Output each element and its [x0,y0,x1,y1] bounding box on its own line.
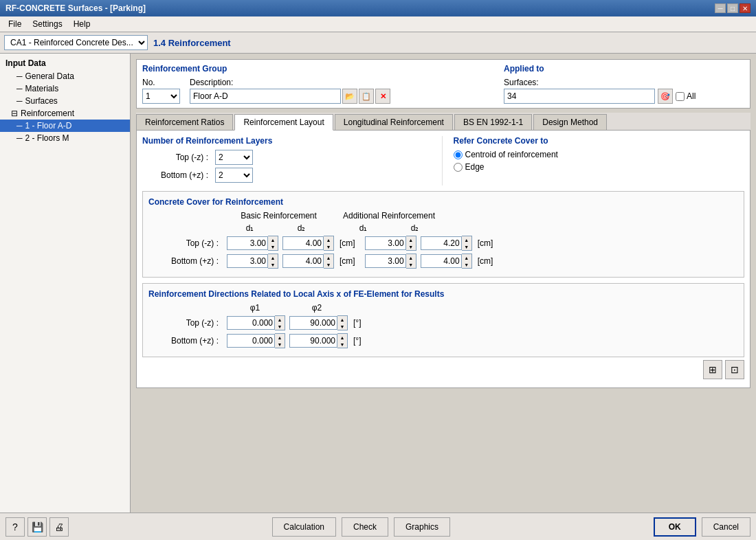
top-phi1-input[interactable] [227,316,275,330]
desc-input[interactable] [190,89,341,104]
sidebar-item-floor-ad[interactable]: ─ 1 - Floor A-D [0,120,130,132]
top-layer-select[interactable]: 2 [215,150,253,165]
spin-down[interactable]: ▼ [462,243,471,250]
spin-up[interactable]: ▲ [406,236,416,243]
spin-up[interactable]: ▲ [324,236,333,243]
graphics-btn[interactable]: Graphics [394,517,450,537]
bot-phi2-input[interactable] [289,334,337,348]
sidebar-item-general-data[interactable]: ─ General Data [0,70,130,82]
check-btn[interactable]: Check [342,517,388,537]
basic-bot-d2-input[interactable] [282,254,324,268]
spin-down[interactable]: ▼ [275,341,285,348]
spin-up[interactable]: ▲ [268,254,278,261]
add-top-d1-spinner[interactable]: ▲ ▼ [406,236,416,251]
cover-title: Concrete Cover for Reinforcement [148,197,738,207]
dir-bot-unit: [°] [353,336,361,346]
spin-down[interactable]: ▼ [337,341,347,348]
basic-bot-d1-spinner[interactable]: ▲ ▼ [268,254,278,269]
bot-phi1-spinner[interactable]: ▲ ▼ [275,333,285,348]
calculation-btn[interactable]: Calculation [272,517,336,537]
spin-up[interactable]: ▲ [324,254,333,261]
add-bot-d2-input[interactable] [421,254,462,268]
centroid-radio[interactable] [454,150,463,159]
menu-help[interactable]: Help [68,18,96,30]
close-button[interactable]: ✕ [740,3,751,13]
save-btn[interactable]: 💾 [27,517,47,537]
top-phi2-input[interactable] [289,316,337,330]
tab-bs-en[interactable]: BS EN 1992-1-1 [454,114,532,130]
spin-down[interactable]: ▼ [268,243,278,250]
spin-up[interactable]: ▲ [268,236,278,243]
add-bot-d2-spinner[interactable]: ▲ ▼ [462,254,472,269]
add-top-d2-spinner[interactable]: ▲ ▼ [462,236,472,251]
basic-top-d1-spinner[interactable]: ▲ ▼ [268,236,278,251]
menu-settings[interactable]: Settings [27,18,67,30]
cover-top-label: Top (-z) : [148,238,223,248]
refer-col: Refer Concrete Cover to Centroid of rein… [443,136,745,185]
sidebar-item-surfaces[interactable]: ─ Surfaces [0,95,130,107]
spin-up[interactable]: ▲ [406,254,416,261]
spin-down[interactable]: ▼ [406,243,416,250]
spin-down[interactable]: ▼ [275,323,285,330]
basic-bot-d2-spinner[interactable]: ▲ ▼ [324,254,334,269]
spin-up[interactable]: ▲ [337,316,347,323]
bottom-layer-select[interactable]: 2 [215,168,253,183]
spin-up[interactable]: ▲ [275,316,285,323]
maximize-button[interactable]: □ [727,3,738,13]
add-bot-d1-input[interactable] [365,254,406,268]
d1-basic-header: d₁ [224,223,276,233]
no-select[interactable]: 1 [142,89,180,104]
spin-up[interactable]: ▲ [462,254,471,261]
edge-radio[interactable] [454,163,463,172]
basic-bot-d1-input[interactable] [227,254,268,268]
spin-down[interactable]: ▼ [462,261,471,268]
menu-file[interactable]: File [3,18,27,30]
spin-down[interactable]: ▼ [324,261,333,268]
tab-reinforcement-ratios[interactable]: Reinforcement Ratios [136,114,233,130]
panel-icon2-btn[interactable]: ⊡ [725,360,744,379]
sidebar-item-materials[interactable]: ─ Materials [0,82,130,95]
surfaces-input[interactable] [504,89,655,104]
module-dropdown[interactable]: CA1 - Reinforced Concrete Des... [4,35,148,50]
add-bot-d2-wrap: ▲ ▼ [421,254,472,269]
spin-down[interactable]: ▼ [268,261,278,268]
add-top-d1-input[interactable] [365,236,406,250]
spin-up[interactable]: ▲ [275,334,285,341]
section-title: 1.4 Reinforcement [153,38,231,48]
bottom-center: Calculation Check Graphics [272,517,450,537]
spin-up[interactable]: ▲ [462,236,471,243]
pick-btn[interactable]: 🎯 [658,89,673,104]
top-phi2-spinner[interactable]: ▲ ▼ [337,315,348,330]
all-checkbox[interactable] [676,92,685,101]
basic-top-d2-input[interactable] [282,236,324,250]
help-btn[interactable]: ? [5,517,25,537]
ok-btn[interactable]: OK [654,517,696,537]
top-phi1-spinner[interactable]: ▲ ▼ [275,315,285,330]
bot-phi2-spinner[interactable]: ▲ ▼ [337,333,348,348]
basic-top-d1-input[interactable] [227,236,268,250]
spin-down[interactable]: ▼ [324,243,333,250]
delete-btn[interactable]: ✕ [375,89,390,104]
spin-down[interactable]: ▼ [337,323,347,330]
add-bot-d1-spinner[interactable]: ▲ ▼ [406,254,416,269]
panel-icon1-btn[interactable]: ⊞ [703,360,722,379]
spin-down[interactable]: ▼ [406,261,416,268]
cover-bottom-row: Bottom (+z) : ▲ ▼ [148,254,738,269]
tab-design-method[interactable]: Design Method [533,114,607,130]
menu-bar: File Settings Help [0,16,756,32]
dir-top-unit: [°] [353,318,361,328]
tab-reinforcement-layout[interactable]: Reinforcement Layout [234,114,333,131]
basic-top-d2-spinner[interactable]: ▲ ▼ [324,236,334,251]
sidebar-item-floors-m[interactable]: ─ 2 - Floors M [0,132,130,144]
top-section: CA1 - Reinforced Concrete Des... 1.4 Rei… [0,32,756,54]
folder-btn[interactable]: 📂 [342,89,357,104]
minimize-button[interactable]: ─ [715,3,726,13]
add-top-d2-input[interactable] [421,236,462,250]
print-btn[interactable]: 🖨 [49,517,69,537]
cancel-btn[interactable]: Cancel [702,517,751,537]
spin-up[interactable]: ▲ [337,334,347,341]
sidebar-item-reinforcement[interactable]: ⊟ Reinforcement [0,107,130,120]
tab-longitudinal-reinforcement[interactable]: Longitudinal Reinforcement [335,114,453,130]
copy-btn[interactable]: 📋 [359,89,374,104]
bot-phi1-input[interactable] [227,334,275,348]
